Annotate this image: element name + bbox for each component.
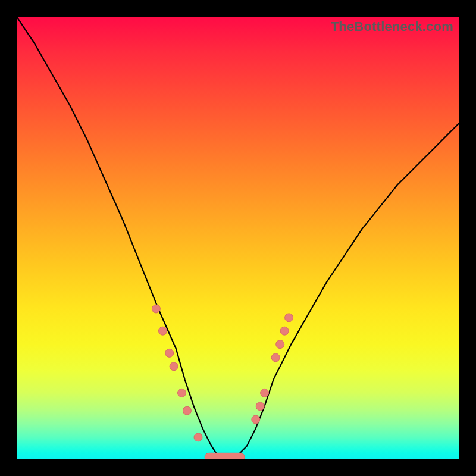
plot-area: TheBottleneck.com: [17, 17, 459, 459]
flat-segment: [205, 453, 245, 459]
marker-dot: [178, 389, 186, 397]
marker-dot: [194, 433, 202, 441]
marker-dot: [252, 415, 260, 424]
marker-dot: [170, 362, 178, 371]
markers-right: [252, 314, 293, 424]
markers-left: [152, 305, 202, 441]
marker-dot: [183, 406, 191, 415]
marker-dot: [159, 327, 167, 335]
marker-dot: [152, 305, 160, 313]
flat-capsule: [205, 453, 245, 459]
curve-svg: [17, 17, 459, 459]
bottleneck-curve: [17, 17, 459, 459]
marker-dot: [271, 353, 280, 362]
marker-dot: [261, 389, 269, 397]
marker-dot: [256, 402, 264, 411]
marker-dot: [276, 340, 284, 349]
marker-dot: [165, 349, 174, 357]
chart-frame: TheBottleneck.com: [0, 0, 476, 476]
marker-dot: [285, 314, 293, 322]
marker-dot: [280, 327, 289, 335]
